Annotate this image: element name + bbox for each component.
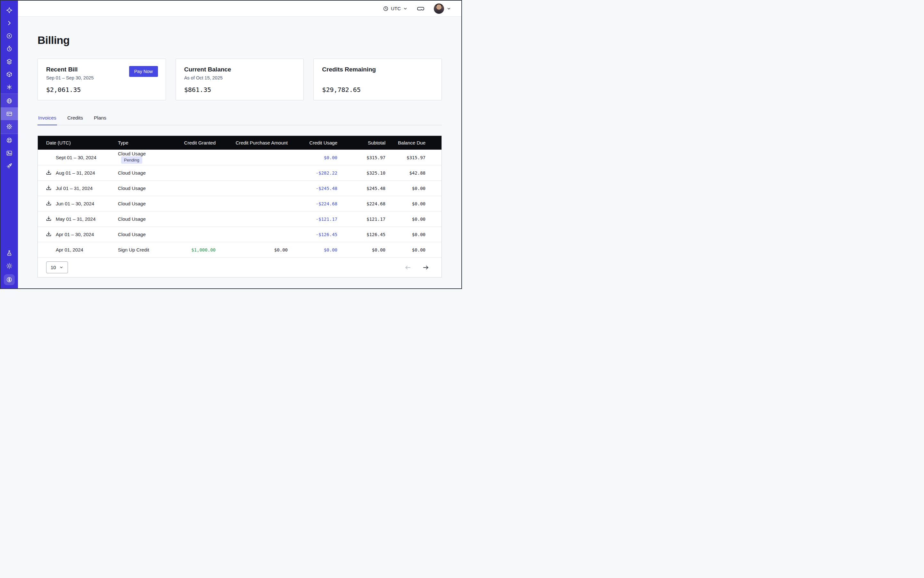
- tab-plans[interactable]: Plans: [93, 113, 107, 125]
- clock-icon: [383, 6, 389, 11]
- sun-icon: [6, 263, 13, 269]
- invoice-type: Cloud Usage: [118, 185, 146, 191]
- invoice-type-cell: Cloud Usage: [118, 211, 166, 227]
- credit-purchase-amount-cell: [216, 196, 288, 211]
- column-header-credit-granted: Credit Granted: [166, 136, 216, 149]
- balance-due-cell: $0.00: [385, 196, 442, 211]
- credit-usage-cell: -$121.17: [288, 211, 337, 227]
- credits-remaining-card: Credits Remaining $29,782.65: [313, 58, 442, 100]
- invoice-date-cell: Sept 01 – 30, 2024: [38, 149, 118, 165]
- credit-usage-cell: -$282.22: [288, 165, 337, 180]
- prev-page-button[interactable]: [404, 264, 411, 271]
- card-title: Credits Remaining: [322, 66, 433, 73]
- invoice-row: Aug 01 – 31, 2024 Cloud Usage -$282.22 $…: [38, 165, 442, 180]
- invoice-date: Jun 01 – 30, 2024: [56, 201, 94, 206]
- recent-bill-amount: $2,061.35: [46, 86, 157, 94]
- pay-now-button[interactable]: Pay Now: [129, 66, 158, 77]
- card-title: Current Balance: [184, 66, 296, 73]
- invoice-type-cell: Cloud Usage: [118, 180, 166, 196]
- sidebar-item-settings[interactable]: [1, 120, 18, 133]
- sidebar-item-theme[interactable]: [1, 260, 18, 272]
- timezone-selector[interactable]: UTC: [381, 5, 409, 12]
- credit-usage-cell: -$126.45: [288, 227, 337, 242]
- sidebar-item-currency[interactable]: [4, 274, 15, 285]
- credit-usage-cell: $0.00: [288, 242, 337, 257]
- column-header-balance-due: Balance Due: [385, 136, 442, 149]
- sidebar-item-target[interactable]: [1, 29, 18, 42]
- user-menu[interactable]: [432, 3, 453, 14]
- column-header-credit-usage: Credit Usage: [288, 136, 337, 149]
- sidebar-item-asterisk[interactable]: [1, 81, 18, 94]
- credit-granted-cell: [166, 196, 216, 211]
- cube-icon: [6, 71, 13, 78]
- sidebar-item-media[interactable]: [1, 147, 18, 159]
- sidebar-account-group: [1, 94, 18, 134]
- sidebar: [1, 1, 18, 288]
- download-invoice-button[interactable]: [45, 185, 52, 191]
- invoice-type-cell: Cloud Usage: [118, 165, 166, 180]
- download-invoice-button[interactable]: [45, 231, 52, 237]
- lifebuoy-icon: [6, 137, 13, 143]
- sidebar-item-labs[interactable]: [1, 247, 18, 260]
- balance-due-cell: $42.88: [385, 165, 442, 180]
- image-icon: [6, 150, 13, 156]
- download-icon: [45, 169, 52, 176]
- sidebar-item-launch[interactable]: [1, 159, 18, 172]
- subtotal-cell: $245.48: [337, 180, 385, 196]
- sidebar-spacer: [1, 172, 18, 247]
- invoice-date-cell: Jul 01 – 31, 2024: [38, 180, 118, 196]
- invoice-type: Cloud Usage: [118, 151, 146, 156]
- subtotal-cell: $224.68: [337, 196, 385, 211]
- status-badge: Pending: [121, 156, 142, 164]
- billing-tabs: Invoices Credits Plans: [37, 113, 442, 125]
- sidebar-item-timer[interactable]: [1, 42, 18, 55]
- page-title: Billing: [37, 34, 442, 47]
- sidebar-item-cube[interactable]: [1, 68, 18, 81]
- tab-invoices[interactable]: Invoices: [37, 113, 57, 125]
- sidebar-item-support[interactable]: [1, 134, 18, 147]
- credit-granted-cell: $1,000.00: [166, 242, 216, 257]
- subtotal-cell: $126.45: [337, 227, 385, 242]
- sidebar-item-globe[interactable]: [1, 94, 18, 107]
- page-size-select[interactable]: 10: [46, 261, 68, 273]
- gear-icon: [6, 123, 13, 130]
- download-icon: [45, 216, 52, 222]
- credit-purchase-amount-cell: [216, 165, 288, 180]
- tab-credits[interactable]: Credits: [67, 113, 84, 125]
- column-header-subtotal: Subtotal: [337, 136, 385, 149]
- invoice-type: Cloud Usage: [118, 201, 146, 206]
- balance-due-cell: $315.97: [385, 149, 442, 165]
- credit-granted-cell: [166, 180, 216, 196]
- page-size-value: 10: [50, 265, 56, 270]
- column-header-type: Type: [118, 136, 166, 149]
- invoice-type: Sign Up Credit: [118, 247, 149, 252]
- subtotal-cell: $0.00: [337, 242, 385, 257]
- invoice-date: Apr 01, 2024: [56, 247, 83, 252]
- goggles-button[interactable]: [417, 5, 424, 12]
- balance-due-cell: $0.00: [385, 211, 442, 227]
- next-page-button[interactable]: [422, 264, 429, 271]
- subtotal-cell: $315.97: [337, 149, 385, 165]
- sidebar-item-layers[interactable]: [1, 55, 18, 68]
- sidebar-expand-button[interactable]: [1, 17, 18, 29]
- sidebar-item-billing[interactable]: [1, 107, 18, 120]
- invoice-table: Date (UTC) Type Credit Granted Credit Pu…: [37, 136, 442, 278]
- invoice-row: May 01 – 31, 2024 Cloud Usage -$121.17 $…: [38, 211, 442, 227]
- dollar-icon: [6, 276, 13, 283]
- pagination-controls: [404, 264, 429, 271]
- credit-purchase-amount-cell: [216, 227, 288, 242]
- balance-due-cell: $0.00: [385, 180, 442, 196]
- column-header-credit-purchase-amount: Credit Purchase Amount: [216, 136, 288, 149]
- download-invoice-button[interactable]: [45, 216, 52, 222]
- download-invoice-button[interactable]: [45, 169, 52, 176]
- invoice-row: Jun 01 – 30, 2024 Cloud Usage -$224.68 $…: [38, 196, 442, 211]
- sidebar-logo[interactable]: [1, 4, 18, 17]
- column-header-date: Date (UTC): [38, 136, 118, 149]
- arrow-left-icon: [404, 264, 411, 271]
- main-area: UTC Billing Recent Bill Sep 01 – Sep 30,…: [18, 1, 461, 288]
- credit-granted-cell: [166, 211, 216, 227]
- download-invoice-button[interactable]: [45, 200, 52, 207]
- invoice-type: Cloud Usage: [118, 232, 146, 237]
- credit-usage-cell: -$245.48: [288, 180, 337, 196]
- globe-icon: [6, 98, 13, 104]
